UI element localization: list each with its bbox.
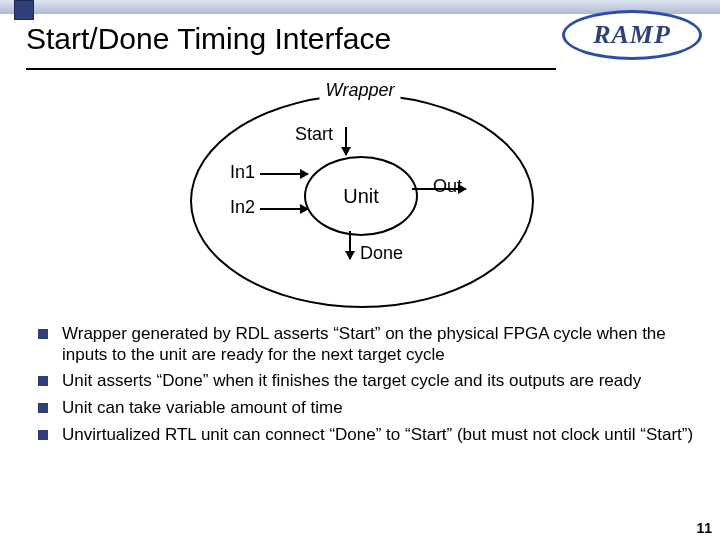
bullet-item: Unit asserts “Done” when it finishes the… — [30, 371, 694, 392]
title-underline — [26, 68, 556, 70]
in2-label: In2 — [230, 197, 255, 218]
slide-title: Start/Done Timing Interface — [26, 22, 391, 56]
out-arrow — [412, 188, 466, 190]
wrapper-label: Wrapper — [319, 80, 400, 101]
bullet-item: Wrapper generated by RDL asserts “Start”… — [30, 324, 694, 365]
bullet-item: Unit can take variable amount of time — [30, 398, 694, 419]
in1-label: In1 — [230, 162, 255, 183]
top-bar-square — [14, 0, 34, 20]
start-arrow — [345, 127, 347, 155]
unit-label: Unit — [343, 185, 379, 208]
ramp-logo: RAMP — [562, 10, 702, 60]
timing-diagram: Wrapper Start In1 In2 Out Done Unit — [180, 88, 540, 308]
done-arrow — [349, 231, 351, 259]
done-label: Done — [360, 243, 403, 264]
page-number: 11 — [696, 520, 712, 536]
in1-arrow — [260, 173, 308, 175]
slide: RAMP Start/Done Timing Interface Wrapper… — [0, 0, 720, 540]
bullet-list: Wrapper generated by RDL asserts “Start”… — [30, 324, 694, 452]
bullet-item: Unvirtualized RTL unit can connect “Done… — [30, 425, 694, 446]
start-label: Start — [295, 124, 333, 145]
in2-arrow — [260, 208, 308, 210]
unit-ellipse: Unit — [304, 156, 418, 236]
